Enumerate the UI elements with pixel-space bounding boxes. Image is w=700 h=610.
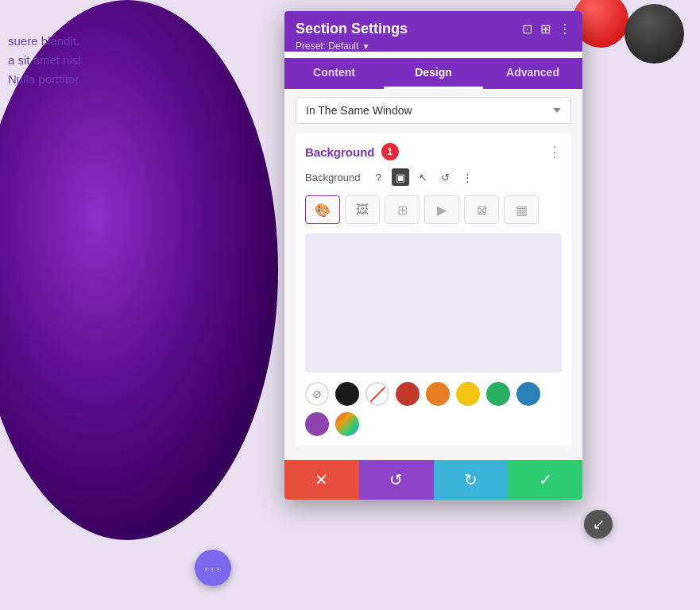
panel-tabs: Content Design Advanced <box>284 58 582 89</box>
background-section-header: Background 1 ⋮ <box>305 143 562 160</box>
swatch-purple[interactable] <box>305 412 329 436</box>
type-video-btn[interactable]: ▶ <box>424 195 459 224</box>
save-button[interactable]: ✓ <box>508 460 582 500</box>
preset-chevron: ▼ <box>362 42 369 51</box>
background-section-title: Background 1 <box>305 143 399 160</box>
preset-label: Preset: Default <box>296 41 358 52</box>
more-ctrl-icon[interactable]: ⋮ <box>458 168 476 186</box>
save-icon: ✓ <box>539 470 552 489</box>
resize-icon: ↙ <box>593 515 605 533</box>
type-gallery-btn[interactable]: ⊞ <box>385 195 420 224</box>
background-title-text: Background <box>305 145 375 159</box>
background-badge: 1 <box>381 143 399 160</box>
type-color-btn[interactable]: 🎨 <box>305 195 340 224</box>
panel-title: Section Settings <box>296 21 408 37</box>
minimize-icon[interactable]: ⊡ <box>522 21 532 37</box>
berries-decoration <box>589 0 700 95</box>
background-controls-row: Background ? ▣ ↖ ↺ ⋮ <box>305 168 562 186</box>
swatch-yellow[interactable] <box>456 382 480 406</box>
background-more-icon[interactable]: ⋮ <box>547 143 562 160</box>
undo-ctrl-icon[interactable]: ↺ <box>436 168 454 186</box>
section-settings-panel: Section Settings ⊡ ⊞ ⋮ Preset: Default ▼… <box>284 11 582 500</box>
cancel-icon: ✕ <box>315 470 328 489</box>
panel-header-icons: ⊡ ⊞ ⋮ <box>522 21 571 37</box>
undo-icon: ↺ <box>389 470 403 489</box>
panel-body: In The Same Window In A New Window Backg… <box>284 89 582 460</box>
berry-black <box>625 4 684 64</box>
swatch-white[interactable] <box>365 382 389 406</box>
left-text-block: suere blandit. a sit amet nisl Nulla por… <box>8 32 81 108</box>
redo-icon: ↻ <box>464 470 478 489</box>
type-pattern-btn[interactable]: ⊠ <box>464 195 499 224</box>
type-gradient-btn[interactable]: ▦ <box>504 195 539 224</box>
panel-header-top: Section Settings ⊡ ⊞ ⋮ <box>296 21 571 37</box>
expand-icon[interactable]: ⊞ <box>540 21 551 37</box>
tab-design[interactable]: Design <box>384 58 483 89</box>
color-preview-area <box>305 234 562 373</box>
dots-icon: ··· <box>204 559 222 577</box>
resize-handle[interactable]: ↙ <box>584 510 613 539</box>
floating-dots-button[interactable]: ··· <box>195 550 231 586</box>
swatch-orange[interactable] <box>426 382 450 406</box>
tab-content[interactable]: Content <box>284 58 384 89</box>
swatch-black[interactable] <box>335 382 359 406</box>
preset-row[interactable]: Preset: Default ▼ <box>296 41 571 52</box>
background-icon-group: ? ▣ ↖ ↺ ⋮ <box>369 168 476 186</box>
tab-advanced[interactable]: Advanced <box>483 58 582 89</box>
dropdown-row: In The Same Window In A New Window <box>296 97 571 124</box>
background-type-icons: 🎨 🖼 ⊞ ▶ ⊠ ▦ <box>305 195 562 224</box>
type-image-btn[interactable]: 🖼 <box>345 195 380 224</box>
action-bar: ✕ ↺ ↻ ✓ <box>284 460 582 500</box>
color-swatches: ⊘ <box>305 382 562 436</box>
background-section: Background 1 ⋮ Background ? ▣ ↖ ↺ ⋮ 🎨 <box>296 133 571 446</box>
swatch-red[interactable] <box>396 382 420 406</box>
device-icon[interactable]: ▣ <box>392 168 409 186</box>
eyedropper-button[interactable]: ⊘ <box>305 382 329 406</box>
window-dropdown[interactable]: In The Same Window In A New Window <box>296 97 571 124</box>
left-text-line4: . <box>8 89 81 108</box>
left-text-line3: Nulla porttitor <box>8 70 81 89</box>
more-icon[interactable]: ⋮ <box>559 21 571 37</box>
swatch-green[interactable] <box>486 382 510 406</box>
left-text-line1: suere blandit. <box>8 32 81 51</box>
left-text-line2: a sit amet nisl <box>8 51 81 70</box>
cancel-button[interactable]: ✕ <box>284 460 359 500</box>
help-icon[interactable]: ? <box>369 168 387 186</box>
panel-header: Section Settings ⊡ ⊞ ⋮ Preset: Default ▼ <box>284 11 582 52</box>
redo-button[interactable]: ↻ <box>434 460 509 500</box>
background-label: Background <box>305 172 360 183</box>
cursor-icon[interactable]: ↖ <box>414 168 431 186</box>
undo-button[interactable]: ↺ <box>359 460 434 500</box>
swatch-gradient[interactable] <box>335 412 359 436</box>
swatch-blue[interactable] <box>516 382 540 406</box>
